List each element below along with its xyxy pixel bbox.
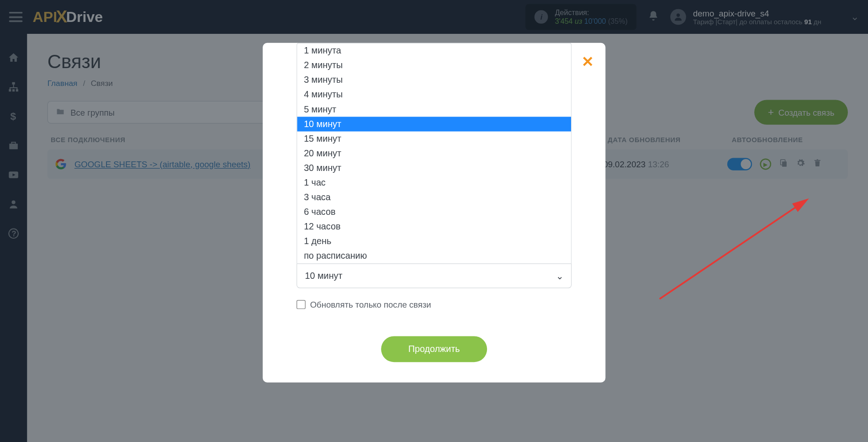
interval-option[interactable]: 10 минут	[297, 117, 571, 131]
update-after-checkbox[interactable]	[296, 300, 306, 309]
interval-selected-value: 10 минут	[305, 271, 343, 281]
interval-option[interactable]: 4 минуты	[297, 87, 571, 102]
interval-option[interactable]: 3 минуты	[297, 73, 571, 87]
interval-select[interactable]: 10 минут ⌄	[296, 263, 572, 288]
continue-button[interactable]: Продолжить	[381, 336, 487, 362]
interval-option[interactable]: 1 день	[297, 234, 571, 249]
interval-option[interactable]: 6 часов	[297, 205, 571, 219]
interval-option[interactable]: 20 минут	[297, 146, 571, 161]
interval-option[interactable]: по расписанию	[297, 249, 571, 263]
interval-option[interactable]: 5 минут	[297, 102, 571, 117]
chevron-down-icon: ⌄	[556, 271, 563, 281]
modal-overlay: ✕ 1 минута2 минуты3 минуты4 минуты5 мину…	[0, 0, 868, 442]
interval-option[interactable]: 30 минут	[297, 161, 571, 176]
update-after-checkbox-row[interactable]: Обновлять только после связи	[296, 299, 572, 309]
update-after-label: Обновлять только после связи	[310, 299, 431, 309]
interval-option[interactable]: 15 минут	[297, 132, 571, 146]
interval-option[interactable]: 2 минуты	[297, 58, 571, 73]
interval-option[interactable]: 12 часов	[297, 219, 571, 234]
interval-modal: ✕ 1 минута2 минуты3 минуты4 минуты5 мину…	[263, 43, 605, 383]
interval-option[interactable]: 1 час	[297, 176, 571, 190]
interval-option[interactable]: 3 часа	[297, 190, 571, 205]
close-icon[interactable]: ✕	[582, 53, 594, 70]
interval-dropdown-list: 1 минута2 минуты3 минуты4 минуты5 минут1…	[296, 43, 572, 263]
interval-option[interactable]: 1 минута	[297, 43, 571, 58]
